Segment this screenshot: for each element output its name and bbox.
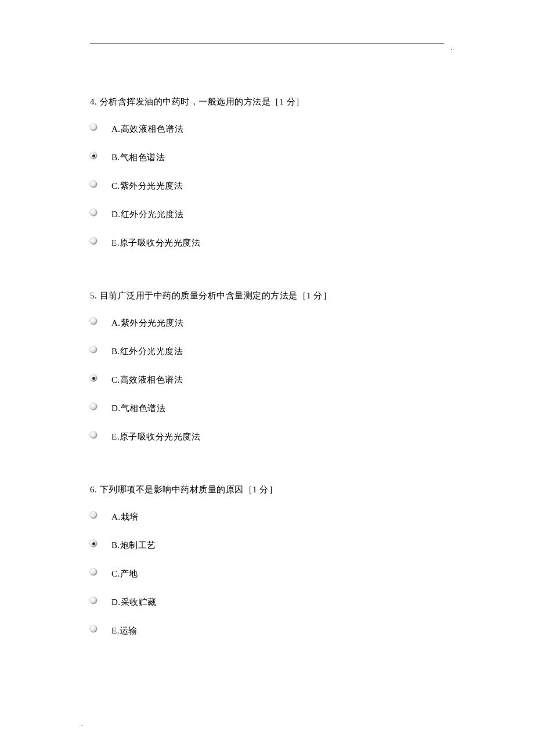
option-label: B.炮制工艺 xyxy=(111,540,156,551)
header-line: . xyxy=(90,44,444,44)
radio-unselected-icon[interactable] xyxy=(90,568,98,576)
question-block: 5. 目前广泛用于中药的质量分析中含量测定的方法是［1 分］A.紫外分光光度法B… xyxy=(90,290,444,442)
option-row[interactable]: A.紫外分光光度法 xyxy=(90,318,444,329)
option-row[interactable]: D.气相色谱法 xyxy=(90,403,444,414)
option-row[interactable]: E.原子吸收分光光度法 xyxy=(90,431,444,442)
radio-unselected-icon[interactable] xyxy=(90,512,98,519)
option-row[interactable]: A.栽培 xyxy=(90,512,444,523)
radio-unselected-icon[interactable] xyxy=(90,346,98,354)
option-label: C.产地 xyxy=(111,568,138,579)
radio-unselected-icon[interactable] xyxy=(90,124,98,131)
option-label: A.栽培 xyxy=(111,512,139,523)
radio-unselected-icon[interactable] xyxy=(90,237,98,245)
option-row[interactable]: D.采收贮藏 xyxy=(90,597,444,608)
option-label: D.红外分光光度法 xyxy=(111,209,183,220)
page-container: . 4. 分析含挥发油的中药时，一般选用的方法是［1 分］A.高效液相色谱法B.… xyxy=(0,0,534,636)
option-label: C.高效液相色谱法 xyxy=(111,375,183,386)
header-dot: . xyxy=(451,45,453,51)
radio-unselected-icon[interactable] xyxy=(90,625,98,633)
option-row[interactable]: A.高效液相色谱法 xyxy=(90,124,444,135)
radio-unselected-icon[interactable] xyxy=(90,431,98,439)
option-row[interactable]: B.红外分光光度法 xyxy=(90,346,444,357)
option-label: D.气相色谱法 xyxy=(111,403,165,414)
option-row[interactable]: C.紫外分光光度法 xyxy=(90,181,444,192)
option-label: E.运输 xyxy=(111,625,138,636)
option-label: B.气相色谱法 xyxy=(111,152,165,163)
radio-selected-icon[interactable] xyxy=(90,375,98,382)
option-label: E.原子吸收分光光度法 xyxy=(111,431,200,442)
option-label: B.红外分光光度法 xyxy=(111,346,183,357)
question-text: 6. 下列哪项不是影响中药材质量的原因［1 分］ xyxy=(90,484,444,495)
question-text: 5. 目前广泛用于中药的质量分析中含量测定的方法是［1 分］ xyxy=(90,290,444,301)
radio-unselected-icon[interactable] xyxy=(90,181,98,188)
radio-unselected-icon[interactable] xyxy=(90,318,98,325)
radio-unselected-icon[interactable] xyxy=(90,597,98,604)
option-row[interactable]: C.产地 xyxy=(90,568,444,579)
option-row[interactable]: D.红外分光光度法 xyxy=(90,209,444,220)
option-label: A.高效液相色谱法 xyxy=(111,124,183,135)
option-label: E.原子吸收分光光度法 xyxy=(111,237,200,249)
option-row[interactable]: B.气相色谱法 xyxy=(90,152,444,163)
radio-unselected-icon[interactable] xyxy=(90,403,98,411)
option-row[interactable]: E.运输 xyxy=(90,625,444,636)
option-label: A.紫外分光光度法 xyxy=(111,318,183,329)
option-label: D.采收贮藏 xyxy=(111,597,157,608)
question-text: 4. 分析含挥发油的中药时，一般选用的方法是［1 分］ xyxy=(90,96,444,107)
question-block: 6. 下列哪项不是影响中药材质量的原因［1 分］A.栽培B.炮制工艺C.产地D.… xyxy=(90,484,444,636)
questions-container: 4. 分析含挥发油的中药时，一般选用的方法是［1 分］A.高效液相色谱法B.气相… xyxy=(90,96,444,636)
option-row[interactable]: B.炮制工艺 xyxy=(90,540,444,551)
option-row[interactable]: E.原子吸收分光光度法 xyxy=(90,237,444,249)
radio-selected-icon[interactable] xyxy=(90,540,98,548)
option-row[interactable]: C.高效液相色谱法 xyxy=(90,375,444,386)
option-label: C.紫外分光光度法 xyxy=(111,181,183,192)
question-block: 4. 分析含挥发油的中药时，一般选用的方法是［1 分］A.高效液相色谱法B.气相… xyxy=(90,96,444,249)
footer-dot: . xyxy=(81,721,83,727)
radio-selected-icon[interactable] xyxy=(90,152,98,160)
radio-unselected-icon[interactable] xyxy=(90,209,98,217)
